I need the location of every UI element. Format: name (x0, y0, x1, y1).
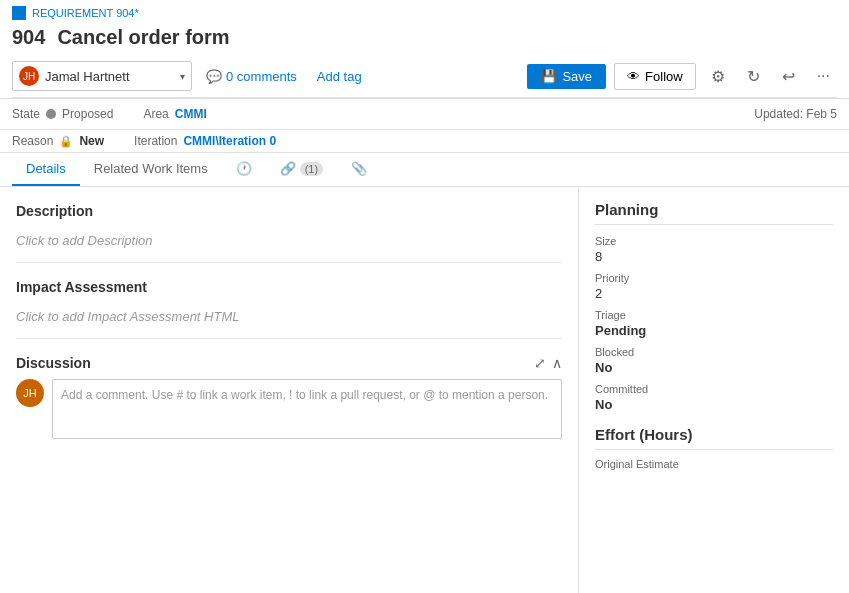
planning-priority: Priority 2 (595, 272, 833, 301)
eye-icon: 👁 (627, 69, 640, 84)
planning-committed: Committed No (595, 383, 833, 412)
work-item-title[interactable]: Cancel order form (57, 26, 229, 49)
effort-title: Effort (Hours) (595, 426, 833, 450)
planning-title: Planning (595, 201, 833, 225)
discussion-header: Discussion ⤢ ∧ (16, 355, 562, 371)
main-content: Description Click to add Description Imp… (0, 187, 849, 593)
more-options-button[interactable]: ··· (810, 62, 837, 90)
state-label: State (12, 107, 40, 121)
link-icon: 🔗 (280, 161, 296, 176)
breadcrumb-text[interactable]: REQUIREMENT 904* (32, 7, 139, 19)
updated-text: Updated: Feb 5 (754, 107, 837, 121)
assignee-avatar: JH (19, 66, 39, 86)
comments-count: 0 comments (226, 69, 297, 84)
collapse-icon[interactable]: ∧ (552, 355, 562, 371)
tabs-row: Details Related Work Items 🕐 🔗 (1) 📎 (0, 153, 849, 187)
tab-details[interactable]: Details (12, 153, 80, 186)
blocked-label: Blocked (595, 346, 833, 358)
settings-button[interactable]: ⚙ (704, 62, 732, 91)
comment-avatar: JH (16, 379, 44, 407)
undo-button[interactable]: ↩ (775, 62, 802, 91)
follow-button[interactable]: 👁 Follow (614, 63, 696, 90)
meta-row: State Proposed Area CMMI Updated: Feb 5 (0, 99, 849, 130)
area-value[interactable]: CMMI (175, 107, 207, 121)
comments-button[interactable]: 💬 0 comments (200, 65, 303, 88)
state-field: State Proposed (12, 107, 113, 121)
size-label: Size (595, 235, 833, 247)
state-dot (46, 109, 56, 119)
assignee-select[interactable]: JH Jamal Hartnett ▾ (12, 61, 192, 91)
toolbar: JH Jamal Hartnett ▾ 💬 0 comments Add tag… (12, 55, 837, 98)
breadcrumb: REQUIREMENT 904* (12, 0, 837, 22)
iteration-field: Iteration CMMI\Iteration 0 (134, 134, 276, 148)
original-estimate-label: Original Estimate (595, 458, 833, 470)
tab-links[interactable]: 🔗 (1) (266, 153, 337, 186)
area-label: Area (143, 107, 168, 121)
tab-related-work-items[interactable]: Related Work Items (80, 153, 222, 186)
original-estimate-field: Original Estimate (595, 458, 833, 470)
comment-box: JH Add a comment. Use # to link a work i… (16, 379, 562, 439)
impact-title: Impact Assessment (16, 279, 562, 295)
priority-value[interactable]: 2 (595, 286, 833, 301)
assignee-name: Jamal Hartnett (45, 69, 174, 84)
history-icon: 🕐 (236, 161, 252, 176)
save-button[interactable]: 💾 Save (527, 64, 606, 89)
committed-label: Committed (595, 383, 833, 395)
reason-label: Reason (12, 134, 53, 148)
triage-label: Triage (595, 309, 833, 321)
comment-icon: 💬 (206, 69, 222, 84)
chevron-down-icon: ▾ (180, 71, 185, 82)
work-item-id: 904 (12, 26, 45, 49)
right-panel: Planning Size 8 Priority 2 Triage Pendin… (579, 187, 849, 593)
priority-label: Priority (595, 272, 833, 284)
iteration-label: Iteration (134, 134, 177, 148)
requirement-icon (12, 6, 26, 20)
area-field: Area CMMI (143, 107, 206, 121)
links-badge: (1) (300, 162, 323, 176)
planning-size: Size 8 (595, 235, 833, 264)
tab-attachments[interactable]: 📎 (337, 153, 381, 186)
description-placeholder[interactable]: Click to add Description (16, 227, 562, 263)
save-icon: 💾 (541, 69, 557, 84)
impact-placeholder[interactable]: Click to add Impact Assessment HTML (16, 303, 562, 339)
add-tag-button[interactable]: Add tag (311, 65, 368, 88)
state-value[interactable]: Proposed (62, 107, 113, 121)
reason-field: Reason 🔒 New (12, 134, 104, 148)
blocked-value[interactable]: No (595, 360, 833, 375)
refresh-button[interactable]: ↻ (740, 62, 767, 91)
description-title: Description (16, 203, 562, 219)
planning-triage: Triage Pending (595, 309, 833, 338)
tab-history[interactable]: 🕐 (222, 153, 266, 186)
left-panel: Description Click to add Description Imp… (0, 187, 579, 593)
discussion-actions: ⤢ ∧ (534, 355, 562, 371)
comment-input[interactable]: Add a comment. Use # to link a work item… (52, 379, 562, 439)
lock-icon: 🔒 (59, 135, 73, 148)
iteration-value[interactable]: CMMI\Iteration 0 (183, 134, 276, 148)
planning-blocked: Blocked No (595, 346, 833, 375)
size-value[interactable]: 8 (595, 249, 833, 264)
expand-icon[interactable]: ⤢ (534, 355, 546, 371)
triage-value[interactable]: Pending (595, 323, 833, 338)
discussion-title: Discussion (16, 355, 91, 371)
reason-value[interactable]: New (79, 134, 104, 148)
committed-value[interactable]: No (595, 397, 833, 412)
meta-row-2: Reason 🔒 New Iteration CMMI\Iteration 0 (0, 130, 849, 153)
paperclip-icon: 📎 (351, 161, 367, 176)
